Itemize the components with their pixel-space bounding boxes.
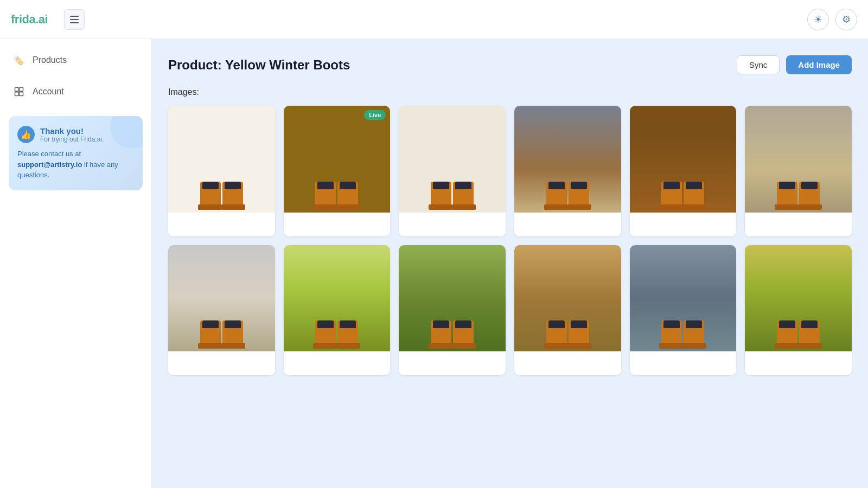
image-card-1[interactable] [168, 106, 275, 236]
theme-toggle-button[interactable]: ☀ [807, 9, 829, 30]
info-card-header: 👍 Thank you! For trying out Frida.ai. [17, 126, 134, 143]
page-title: Product: Yellow Winter Boots [168, 57, 350, 73]
main-content: Product: Yellow Winter Boots Sync Add Im… [152, 39, 868, 488]
info-card: 👍 Thank you! For trying out Frida.ai. Pl… [9, 116, 143, 190]
image-card-10[interactable] [514, 245, 621, 376]
info-card-title: Thank you! [40, 126, 104, 136]
image-grid: Live [168, 106, 852, 375]
live-badge: Live [364, 110, 386, 120]
sidebar-item-products-label: Products [33, 55, 67, 65]
thumbsup-icon: 👍 [17, 126, 35, 143]
svg-rect-3 [20, 92, 23, 96]
sidebar-item-account[interactable]: Account [0, 76, 151, 107]
support-email-link[interactable]: support@artistry.io [17, 160, 82, 169]
sun-icon: ☀ [814, 14, 822, 25]
image-card-12[interactable] [745, 245, 852, 376]
add-image-button[interactable]: Add Image [786, 55, 852, 74]
page-header: Product: Yellow Winter Boots Sync Add Im… [168, 55, 852, 74]
image-card-8[interactable] [284, 245, 391, 376]
header-right: ☀ ⚙ [807, 9, 857, 30]
sync-button[interactable]: Sync [737, 55, 780, 74]
image-card-3[interactable] [399, 106, 506, 236]
image-card-2[interactable]: Live [284, 106, 391, 236]
sidebar-item-account-label: Account [33, 87, 64, 97]
sidebar-item-products[interactable]: 🏷️ Products [0, 44, 151, 76]
body-layout: 🏷️ Products Account 👍 Thank you! For try [0, 39, 868, 488]
image-card-5[interactable] [630, 106, 737, 236]
svg-rect-1 [20, 88, 23, 92]
svg-rect-0 [15, 88, 19, 92]
images-label: Images: [168, 87, 852, 97]
image-card-7[interactable] [168, 245, 275, 376]
settings-button[interactable]: ⚙ [835, 9, 857, 30]
image-card-9[interactable] [399, 245, 506, 376]
logo-text: frida.ai [11, 12, 48, 27]
image-card-6[interactable] [745, 106, 852, 236]
info-card-body: Please contact us at support@artistry.io… [17, 149, 134, 181]
menu-button[interactable] [64, 9, 85, 30]
info-card-subtitle: For trying out Frida.ai. [40, 136, 104, 143]
account-icon [13, 86, 25, 98]
hamburger-icon [70, 16, 79, 23]
svg-rect-2 [15, 92, 19, 96]
header: frida.ai ☀ ⚙ [0, 0, 868, 39]
header-actions: Sync Add Image [737, 55, 852, 74]
image-card-4[interactable] [514, 106, 621, 236]
sidebar: 🏷️ Products Account 👍 Thank you! For try [0, 39, 152, 488]
logo: frida.ai [11, 12, 48, 27]
gear-icon: ⚙ [842, 14, 851, 25]
products-icon: 🏷️ [13, 54, 25, 66]
image-card-11[interactable] [630, 245, 737, 376]
